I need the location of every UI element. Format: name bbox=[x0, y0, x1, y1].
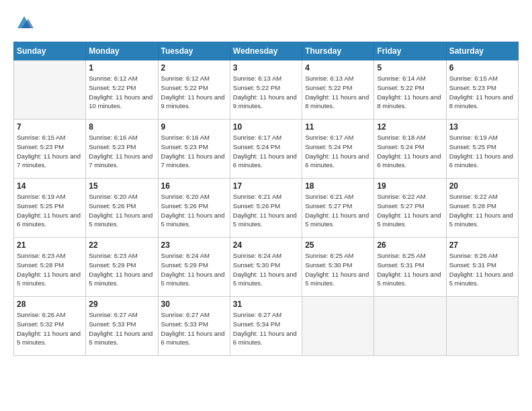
day-cell: 22 Sunrise: 6:23 AMSunset: 5:29 PMDaylig… bbox=[86, 238, 158, 297]
day-cell: 18 Sunrise: 6:21 AMSunset: 5:27 PMDaylig… bbox=[302, 179, 374, 238]
day-cell: 20 Sunrise: 6:22 AMSunset: 5:28 PMDaylig… bbox=[446, 179, 518, 238]
day-number: 16 bbox=[161, 181, 227, 191]
day-info: Sunrise: 6:15 AMSunset: 5:23 PMDaylight:… bbox=[449, 75, 513, 109]
day-number: 20 bbox=[449, 181, 515, 191]
weekday-thursday: Thursday bbox=[302, 42, 374, 60]
day-number: 14 bbox=[17, 181, 83, 191]
day-cell: 12 Sunrise: 6:18 AMSunset: 5:24 PMDaylig… bbox=[374, 120, 446, 179]
day-cell: 21 Sunrise: 6:23 AMSunset: 5:28 PMDaylig… bbox=[14, 238, 86, 297]
day-info: Sunrise: 6:22 AMSunset: 5:28 PMDaylight:… bbox=[449, 193, 513, 228]
week-row-1: 1 Sunrise: 6:12 AMSunset: 5:22 PMDayligh… bbox=[14, 60, 519, 120]
week-row-2: 7 Sunrise: 6:15 AMSunset: 5:23 PMDayligh… bbox=[14, 120, 519, 179]
weekday-saturday: Saturday bbox=[446, 42, 518, 60]
day-info: Sunrise: 6:17 AMSunset: 5:24 PMDaylight:… bbox=[305, 134, 369, 169]
day-info: Sunrise: 6:19 AMSunset: 5:25 PMDaylight:… bbox=[449, 134, 513, 169]
day-number: 7 bbox=[17, 122, 83, 132]
day-number: 29 bbox=[89, 300, 154, 309]
day-cell: 5 Sunrise: 6:14 AMSunset: 5:22 PMDayligh… bbox=[374, 60, 446, 120]
day-number: 11 bbox=[305, 122, 371, 132]
day-info: Sunrise: 6:12 AMSunset: 5:22 PMDaylight:… bbox=[161, 75, 225, 109]
header bbox=[13, 12, 519, 32]
page: SundayMondayTuesdayWednesdayThursdayFrid… bbox=[0, 0, 532, 411]
day-number: 10 bbox=[233, 122, 299, 132]
day-info: Sunrise: 6:16 AMSunset: 5:23 PMDaylight:… bbox=[161, 134, 225, 169]
day-number: 6 bbox=[449, 63, 515, 73]
day-number: 3 bbox=[233, 63, 299, 73]
day-info: Sunrise: 6:18 AMSunset: 5:24 PMDaylight:… bbox=[377, 134, 441, 169]
day-number: 31 bbox=[233, 300, 299, 309]
weekday-friday: Friday bbox=[374, 42, 446, 60]
day-info: Sunrise: 6:27 AMSunset: 5:34 PMDaylight:… bbox=[233, 311, 297, 346]
day-number: 17 bbox=[233, 181, 299, 191]
day-info: Sunrise: 6:24 AMSunset: 5:30 PMDaylight:… bbox=[233, 252, 297, 287]
day-cell: 19 Sunrise: 6:22 AMSunset: 5:27 PMDaylig… bbox=[374, 179, 446, 238]
day-info: Sunrise: 6:26 AMSunset: 5:32 PMDaylight:… bbox=[17, 311, 81, 346]
weekday-sunday: Sunday bbox=[14, 42, 86, 60]
day-cell: 2 Sunrise: 6:12 AMSunset: 5:22 PMDayligh… bbox=[158, 60, 230, 120]
day-info: Sunrise: 6:19 AMSunset: 5:25 PMDaylight:… bbox=[17, 193, 81, 228]
day-info: Sunrise: 6:22 AMSunset: 5:27 PMDaylight:… bbox=[377, 193, 441, 228]
day-cell: 7 Sunrise: 6:15 AMSunset: 5:23 PMDayligh… bbox=[14, 120, 86, 179]
day-info: Sunrise: 6:23 AMSunset: 5:28 PMDaylight:… bbox=[17, 252, 81, 287]
day-info: Sunrise: 6:12 AMSunset: 5:22 PMDaylight:… bbox=[89, 75, 152, 109]
weekday-tuesday: Tuesday bbox=[158, 42, 230, 60]
day-number: 25 bbox=[305, 240, 371, 250]
day-cell: 24 Sunrise: 6:24 AMSunset: 5:30 PMDaylig… bbox=[230, 238, 302, 297]
day-cell: 30 Sunrise: 6:27 AMSunset: 5:33 PMDaylig… bbox=[158, 297, 230, 356]
day-number: 26 bbox=[377, 240, 443, 250]
day-cell: 15 Sunrise: 6:20 AMSunset: 5:26 PMDaylig… bbox=[86, 179, 158, 238]
day-cell: 3 Sunrise: 6:13 AMSunset: 5:22 PMDayligh… bbox=[230, 60, 302, 120]
week-row-3: 14 Sunrise: 6:19 AMSunset: 5:25 PMDaylig… bbox=[14, 179, 519, 238]
day-cell: 8 Sunrise: 6:16 AMSunset: 5:23 PMDayligh… bbox=[86, 120, 158, 179]
weekday-monday: Monday bbox=[86, 42, 158, 60]
day-info: Sunrise: 6:25 AMSunset: 5:31 PMDaylight:… bbox=[377, 252, 441, 287]
day-cell: 16 Sunrise: 6:20 AMSunset: 5:26 PMDaylig… bbox=[158, 179, 230, 238]
day-number: 15 bbox=[89, 181, 154, 191]
day-info: Sunrise: 6:14 AMSunset: 5:22 PMDaylight:… bbox=[377, 75, 441, 109]
calendar-table: SundayMondayTuesdayWednesdayThursdayFrid… bbox=[13, 42, 519, 356]
day-cell: 13 Sunrise: 6:19 AMSunset: 5:25 PMDaylig… bbox=[446, 120, 518, 179]
day-number: 19 bbox=[377, 181, 443, 191]
week-row-5: 28 Sunrise: 6:26 AMSunset: 5:32 PMDaylig… bbox=[14, 297, 519, 356]
day-number: 1 bbox=[89, 63, 154, 73]
day-info: Sunrise: 6:27 AMSunset: 5:33 PMDaylight:… bbox=[89, 311, 152, 346]
day-cell: 6 Sunrise: 6:15 AMSunset: 5:23 PMDayligh… bbox=[446, 60, 518, 120]
day-cell: 28 Sunrise: 6:26 AMSunset: 5:32 PMDaylig… bbox=[14, 297, 86, 356]
day-number: 24 bbox=[233, 240, 299, 250]
weekday-header-row: SundayMondayTuesdayWednesdayThursdayFrid… bbox=[14, 42, 519, 60]
day-cell: 17 Sunrise: 6:21 AMSunset: 5:26 PMDaylig… bbox=[230, 179, 302, 238]
day-number: 4 bbox=[305, 63, 371, 73]
day-cell bbox=[302, 297, 374, 356]
day-number: 22 bbox=[89, 240, 154, 250]
day-cell: 9 Sunrise: 6:16 AMSunset: 5:23 PMDayligh… bbox=[158, 120, 230, 179]
week-row-4: 21 Sunrise: 6:23 AMSunset: 5:28 PMDaylig… bbox=[14, 238, 519, 297]
day-info: Sunrise: 6:17 AMSunset: 5:24 PMDaylight:… bbox=[233, 134, 297, 169]
day-cell: 31 Sunrise: 6:27 AMSunset: 5:34 PMDaylig… bbox=[230, 297, 302, 356]
day-number: 2 bbox=[161, 63, 227, 73]
day-cell bbox=[374, 297, 446, 356]
day-number: 13 bbox=[449, 122, 515, 132]
day-number: 23 bbox=[161, 240, 227, 250]
weekday-wednesday: Wednesday bbox=[230, 42, 302, 60]
day-cell: 4 Sunrise: 6:13 AMSunset: 5:22 PMDayligh… bbox=[302, 60, 374, 120]
logo bbox=[13, 12, 34, 32]
logo-icon bbox=[15, 12, 34, 31]
day-info: Sunrise: 6:21 AMSunset: 5:26 PMDaylight:… bbox=[233, 193, 297, 228]
day-cell: 25 Sunrise: 6:25 AMSunset: 5:30 PMDaylig… bbox=[302, 238, 374, 297]
day-info: Sunrise: 6:16 AMSunset: 5:23 PMDaylight:… bbox=[89, 134, 152, 169]
day-info: Sunrise: 6:23 AMSunset: 5:29 PMDaylight:… bbox=[89, 252, 152, 287]
day-info: Sunrise: 6:15 AMSunset: 5:23 PMDaylight:… bbox=[17, 134, 81, 169]
day-cell: 23 Sunrise: 6:24 AMSunset: 5:29 PMDaylig… bbox=[158, 238, 230, 297]
day-number: 5 bbox=[377, 63, 443, 73]
day-number: 18 bbox=[305, 181, 371, 191]
day-info: Sunrise: 6:26 AMSunset: 5:31 PMDaylight:… bbox=[449, 252, 513, 287]
day-info: Sunrise: 6:13 AMSunset: 5:22 PMDaylight:… bbox=[233, 75, 297, 109]
day-cell: 10 Sunrise: 6:17 AMSunset: 5:24 PMDaylig… bbox=[230, 120, 302, 179]
day-number: 28 bbox=[17, 300, 83, 309]
day-info: Sunrise: 6:20 AMSunset: 5:26 PMDaylight:… bbox=[89, 193, 152, 228]
day-info: Sunrise: 6:25 AMSunset: 5:30 PMDaylight:… bbox=[305, 252, 369, 287]
day-number: 8 bbox=[89, 122, 154, 132]
day-info: Sunrise: 6:21 AMSunset: 5:27 PMDaylight:… bbox=[305, 193, 369, 228]
day-number: 9 bbox=[161, 122, 227, 132]
day-info: Sunrise: 6:13 AMSunset: 5:22 PMDaylight:… bbox=[305, 75, 369, 109]
